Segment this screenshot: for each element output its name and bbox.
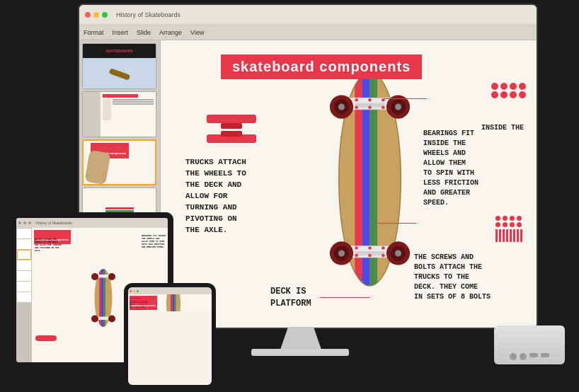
minimize-button[interactable] xyxy=(93,12,99,18)
ipad-trucks-text: TRUCKS ATTACH THE WHEELS TO THE DECK AND… xyxy=(35,238,62,252)
mac-port-usbc xyxy=(510,353,517,360)
trucks-text: TRUCKS ATTACH THE WHEELS TO THE DECK AND… xyxy=(185,157,320,236)
mac-studio xyxy=(494,325,565,364)
svg-point-10 xyxy=(338,103,345,110)
app-toolbar: History of Skateboards xyxy=(79,5,537,25)
screw-line xyxy=(506,229,508,242)
ipad-toolbar: History of Skateboards xyxy=(16,218,168,228)
ipad-slide-mini-7[interactable] xyxy=(17,292,31,302)
monitor-stand xyxy=(280,327,322,352)
ipad-bearings-text: BEARINGS FIT INSIDE THE WHEELS AND ALLOW… xyxy=(142,235,166,248)
svg-point-30 xyxy=(382,246,385,250)
svg-rect-52 xyxy=(173,294,175,311)
screw-line xyxy=(517,229,519,242)
ipad-slide-mini-1[interactable] xyxy=(17,229,31,238)
svg-point-48 xyxy=(108,315,115,322)
menu-bar: Format Insert Slide Arrange View xyxy=(79,25,537,40)
screw-dot xyxy=(517,216,522,221)
menu-view[interactable]: View xyxy=(190,29,204,36)
svg-point-27 xyxy=(382,105,385,109)
iphone-min xyxy=(133,290,135,292)
mac-port-usbc2 xyxy=(520,353,527,360)
bearing-dot xyxy=(500,91,508,98)
svg-point-21 xyxy=(395,250,401,256)
svg-rect-43 xyxy=(97,275,110,278)
connector-line-screws xyxy=(377,223,416,224)
slide-thumb-3[interactable]: skateboard components xyxy=(82,139,156,185)
bearing-dot xyxy=(500,83,508,90)
bearings-text-block: BEARINGS FIT INSIDE THE WHEELS AND ALLOW… xyxy=(423,129,529,208)
svg-point-23 xyxy=(368,98,372,101)
screw-dot xyxy=(510,216,515,221)
svg-rect-53 xyxy=(174,294,176,311)
mac-studio-ports xyxy=(510,353,549,360)
iphone-toolbar xyxy=(128,287,212,294)
svg-rect-35 xyxy=(221,123,242,129)
deck-text: DECK IS PLATFORM xyxy=(270,286,311,310)
app-title: History of Skateboards xyxy=(116,11,180,18)
screws-text-block: THE SCREWS AND BOLTS ATTACH THE TRUCKS T… xyxy=(414,253,531,302)
iphone-content: skateboard components xyxy=(128,294,212,311)
screws-icon-area xyxy=(495,216,522,242)
iphone-skateboard-svg xyxy=(163,294,184,311)
screw-line xyxy=(510,229,512,242)
ipad-slides-panel xyxy=(16,228,32,362)
title-banner: skateboard components xyxy=(221,54,422,79)
ipad-app-title: History of Skateboards xyxy=(36,221,72,225)
screw-dot xyxy=(503,222,508,227)
svg-point-26 xyxy=(368,105,372,109)
bearing-dot xyxy=(510,91,517,98)
window-controls xyxy=(85,12,108,18)
screw-dot xyxy=(495,216,500,221)
svg-point-31 xyxy=(355,253,358,257)
maximize-button[interactable] xyxy=(102,12,108,18)
main-slide: skateboard components xyxy=(161,40,537,328)
svg-rect-51 xyxy=(171,294,173,311)
screw-dot xyxy=(503,216,508,221)
svg-point-28 xyxy=(355,246,358,250)
ipad-slide-mini-2[interactable] xyxy=(17,239,31,249)
truck-icon-area xyxy=(203,111,260,153)
iphone-max xyxy=(137,290,139,292)
svg-point-22 xyxy=(355,98,358,101)
menu-slide[interactable]: Slide xyxy=(137,29,151,36)
screw-dot xyxy=(495,222,500,227)
svg-point-47 xyxy=(91,315,98,322)
close-button[interactable] xyxy=(85,12,91,18)
bearing-dot xyxy=(519,91,526,98)
menu-insert[interactable]: Insert xyxy=(113,29,129,36)
mac-port-usba xyxy=(541,353,549,357)
svg-point-33 xyxy=(382,253,385,257)
screw-line xyxy=(499,229,501,242)
svg-rect-34 xyxy=(207,115,256,123)
ipad-control-dot-2 xyxy=(23,221,26,224)
truck-svg xyxy=(203,111,260,150)
connector-line-bearings xyxy=(384,98,427,99)
ipad-control-dot-3 xyxy=(28,221,31,224)
bearing-dot xyxy=(491,91,498,98)
svg-point-13 xyxy=(395,103,401,110)
screw-line xyxy=(503,229,505,242)
svg-point-29 xyxy=(368,246,372,250)
ipad-slide-mini-4[interactable] xyxy=(17,260,31,270)
ipad-slide-mini-5[interactable] xyxy=(17,271,31,281)
iphone-bottom-text: THE SCREW IS PLATFORM ON STAND UP xyxy=(130,297,148,304)
skateboard-illustration xyxy=(316,40,423,321)
bearings-dots-area xyxy=(491,83,526,98)
screw-line xyxy=(513,229,515,242)
screw-line xyxy=(520,229,522,242)
iphone-close xyxy=(130,290,132,292)
monitor-base xyxy=(251,349,349,356)
menu-format[interactable]: Format xyxy=(84,29,104,36)
slide-thumb-1[interactable]: SKATEBOARDS xyxy=(82,43,156,89)
slide-content: skateboard components xyxy=(161,40,537,328)
slide-thumb-2[interactable] xyxy=(82,91,156,137)
iphone: skateboard components xyxy=(124,283,216,389)
ipad-slide-mini-6[interactable] xyxy=(17,282,31,292)
ipad-control-dot xyxy=(18,221,21,224)
bearing-dot xyxy=(491,83,498,90)
ipad-slide-mini-3[interactable] xyxy=(17,250,31,260)
bearing-dot xyxy=(519,83,526,90)
svg-point-44 xyxy=(91,273,98,280)
menu-arrange[interactable]: Arrange xyxy=(159,29,182,36)
